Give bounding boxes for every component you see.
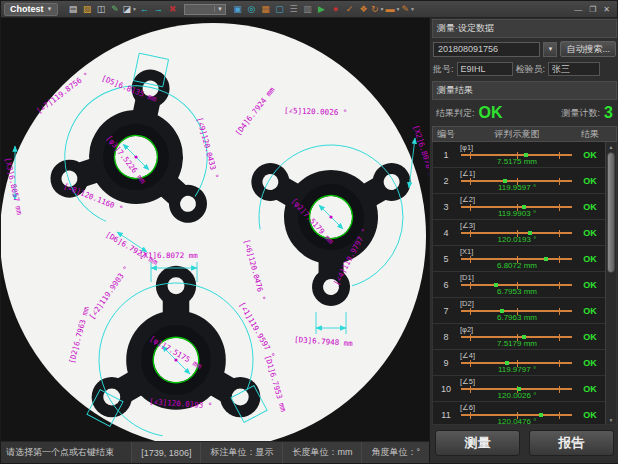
- new-file-icon[interactable]: ▤: [66, 3, 79, 16]
- tolerance-bar: [461, 388, 572, 390]
- monitor-icon[interactable]: ▢: [273, 3, 286, 16]
- measured-marker: [522, 335, 526, 339]
- view-combobox[interactable]: ▼: [184, 4, 226, 15]
- row-result: OK: [575, 402, 605, 425]
- save-icon[interactable]: ◫: [94, 3, 107, 16]
- chevron-down-icon: ▼: [410, 7, 415, 12]
- row-number: 1: [433, 142, 459, 167]
- row-number: 9: [433, 350, 459, 375]
- count-label: 测量计数:: [562, 107, 601, 120]
- table-scrollbar[interactable]: ▲ ▼: [605, 142, 616, 424]
- row-result: OK: [575, 142, 605, 167]
- edit-image-icon[interactable]: ✎: [108, 3, 121, 16]
- row-number: 4: [433, 220, 459, 245]
- annotate-icon[interactable]: ✎▼: [401, 3, 415, 16]
- back-icon[interactable]: ←: [138, 3, 151, 16]
- row-value: 120.0193 °: [459, 235, 575, 244]
- judgment-diagram: [∠1]119.9597 °: [459, 168, 575, 193]
- tolerance-bar: [461, 180, 572, 182]
- measured-marker: [503, 179, 507, 183]
- forward-icon[interactable]: →: [152, 3, 165, 16]
- app-menu-button[interactable]: Chotest ▼: [4, 3, 58, 16]
- row-label: [∠6]: [460, 403, 475, 412]
- image-icon[interactable]: ▣: [231, 3, 244, 16]
- table-row[interactable]: 1[φ1]7.5175 mmOK: [433, 142, 605, 168]
- row-value: 120.0476 °: [459, 417, 575, 425]
- scroll-thumb[interactable]: [607, 152, 615, 273]
- toolbar-icons: ▤▨◫✎◪▼←→✖▼▣◎▦▢☰▥▶●✓❖↻▼▬▼✎▼: [66, 3, 568, 16]
- table-row[interactable]: 10[∠5]120.0026 °OK: [433, 376, 605, 402]
- tolerance-bar: [461, 414, 572, 416]
- row-number: 7: [433, 298, 459, 323]
- row-result: OK: [575, 168, 605, 193]
- annotation-unit[interactable]: 标注单位：显示: [200, 442, 282, 463]
- scroll-up-icon[interactable]: ▲: [606, 142, 616, 151]
- app-window: Chotest ▼ ▤▨◫✎◪▼←→✖▼▣◎▦▢☰▥▶●✓❖↻▼▬▼✎▼ — ❐…: [0, 0, 618, 464]
- dataset-combobox[interactable]: 201808091756: [433, 42, 540, 57]
- judgment-diagram: [∠3]120.0193 °: [459, 220, 575, 245]
- chevron-down-icon: ▼: [47, 6, 53, 12]
- minimize-button[interactable]: —: [574, 5, 582, 14]
- auto-search-button[interactable]: 自动搜索...: [560, 41, 616, 57]
- row-label: [D1]: [460, 273, 474, 282]
- maximize-button[interactable]: ❐: [589, 5, 596, 14]
- play-icon[interactable]: ▶: [315, 3, 328, 16]
- batch-field[interactable]: E9IHL: [457, 62, 513, 76]
- grid-icon[interactable]: ▦: [259, 3, 272, 16]
- judgment-diagram: [X1]6.8072 mm: [459, 246, 575, 271]
- angle-unit[interactable]: 角度单位：°: [361, 442, 429, 463]
- row-number: 2: [433, 168, 459, 193]
- row-label: [φ1]: [460, 143, 473, 152]
- row-label: [∠5]: [460, 377, 475, 386]
- length-unit[interactable]: 长度单位：mm: [282, 442, 361, 463]
- tolerance-bar: [461, 232, 572, 234]
- open-folder-icon[interactable]: ▨: [80, 3, 93, 16]
- measurement-canvas[interactable]: [D5]6.8135 mm [∠7]119.8756 ° [∠9]120.043…: [1, 18, 429, 441]
- row-number: 8: [433, 324, 459, 349]
- status-message: 请选择第一个点或右键结束: [1, 442, 131, 463]
- verdict-label: 结果判定:: [436, 107, 475, 120]
- table-row[interactable]: 4[∠3]120.0193 °OK: [433, 220, 605, 246]
- report-button[interactable]: 报告: [529, 430, 614, 456]
- table-row[interactable]: 3[∠2]119.9903 °OK: [433, 194, 605, 220]
- rotate-icon[interactable]: ↻▼: [371, 3, 385, 16]
- row-result: OK: [575, 298, 605, 323]
- judgment-diagram: [φ2]7.5179 mm: [459, 324, 575, 349]
- column-header-no: 编号: [433, 128, 459, 141]
- dataset-dropdown-button[interactable]: ▼: [543, 42, 557, 57]
- table-row[interactable]: 8[φ2]7.5179 mmOK: [433, 324, 605, 350]
- table-row[interactable]: 11[∠6]120.0476 °OK: [433, 402, 605, 425]
- approve-icon[interactable]: ✓: [343, 3, 356, 16]
- table-row[interactable]: 5[X1]6.8072 mmOK: [433, 246, 605, 272]
- compare-icon[interactable]: ❖: [357, 3, 370, 16]
- measured-marker: [539, 413, 543, 417]
- layers-icon[interactable]: ▬▼: [385, 3, 400, 16]
- close-button[interactable]: ✕: [603, 5, 610, 14]
- row-value: 119.9903 °: [459, 209, 575, 218]
- scroll-down-icon[interactable]: ▼: [606, 415, 616, 424]
- film-icon[interactable]: ▥: [301, 3, 314, 16]
- row-number: 11: [433, 402, 459, 425]
- dataset-value: 201808091756: [438, 44, 498, 54]
- measure-button[interactable]: 测量: [435, 430, 520, 456]
- table-row[interactable]: 7[D2]6.7963 mmOK: [433, 298, 605, 324]
- window-controls: — ❐ ✕: [570, 5, 614, 14]
- row-value: 119.9597 °: [459, 183, 575, 192]
- table-row[interactable]: 2[∠1]119.9597 °OK: [433, 168, 605, 194]
- sequence-icon[interactable]: ☰: [287, 3, 300, 16]
- search-icon[interactable]: ◎: [245, 3, 258, 16]
- chevron-down-icon: ▼: [379, 7, 384, 12]
- record-icon[interactable]: ●: [329, 3, 342, 16]
- table-row[interactable]: 9[∠4]119.9797 °OK: [433, 350, 605, 376]
- delete-icon[interactable]: ✖: [166, 3, 179, 16]
- status-bar: 请选择第一个点或右键结束 [1739, 1806] 标注单位：显示 长度单位：m…: [1, 441, 429, 463]
- tolerance-bar: [461, 206, 572, 208]
- dimension-label[interactable]: [X1]6.8072 mm: [139, 251, 198, 260]
- inspector-field[interactable]: 张三: [548, 62, 600, 76]
- judgment-diagram: [∠4]119.9797 °: [459, 350, 575, 375]
- table-row[interactable]: 6[D1]6.7953 mmOK: [433, 272, 605, 298]
- row-result: OK: [575, 350, 605, 375]
- save-as-icon[interactable]: ◪▼: [122, 3, 136, 16]
- row-number: 5: [433, 246, 459, 271]
- row-value: 6.7953 mm: [459, 287, 575, 296]
